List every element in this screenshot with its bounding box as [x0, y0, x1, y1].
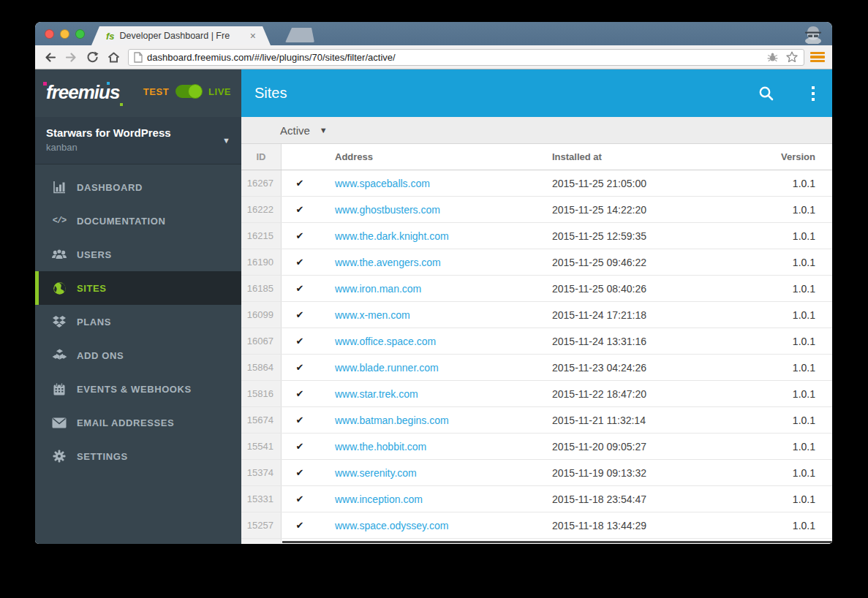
version-value: 1.0.1: [793, 355, 815, 380]
cubes-icon: [51, 348, 67, 363]
live-label: LIVE: [208, 86, 231, 97]
check-icon: ✔: [282, 170, 318, 196]
table-row: 15374✔www.serenity.com2015-11-19 09:13:3…: [241, 460, 832, 486]
sidebar-item-dashboard[interactable]: DASHBOARD: [35, 170, 241, 204]
forward-button[interactable]: [62, 48, 80, 66]
test-live-toggle[interactable]: [176, 85, 202, 98]
sidebar-item-email-addresses[interactable]: EMAIL ADDRESSES: [35, 406, 241, 439]
check-icon: ✔: [282, 460, 318, 485]
site-address-link[interactable]: www.blade.runner.com: [335, 355, 439, 380]
site-address-link[interactable]: www.the.hobbit.com: [335, 434, 426, 459]
sidebar-item-events-webhooks[interactable]: EVENTS & WEBHOOKS: [35, 372, 241, 406]
check-icon: ✔: [282, 486, 318, 512]
sidebar-item-documentation[interactable]: </>DOCUMENTATION: [35, 204, 241, 238]
zoom-window-button[interactable]: [75, 29, 85, 39]
bar-chart-icon: [51, 180, 67, 194]
site-address-link[interactable]: www.inception.com: [335, 486, 423, 512]
site-address-link[interactable]: www.the.avengers.com: [335, 249, 441, 275]
favicon: fs: [106, 31, 115, 42]
table-row: 16222✔www.ghostbusters.com2015-11-25 14:…: [241, 197, 832, 223]
tab-close-icon[interactable]: ×: [250, 31, 256, 41]
sidebar-item-sites[interactable]: SITES: [35, 271, 241, 305]
row-id-cell: 16185: [241, 276, 282, 301]
app-content: freemius TEST LIVE Starwars for WordPres…: [35, 69, 832, 544]
row-id-cell: 15816: [241, 381, 282, 406]
back-button[interactable]: [41, 48, 59, 66]
site-address-link[interactable]: www.office.space.com: [335, 328, 436, 354]
sidebar-item-users[interactable]: USERS: [35, 238, 241, 271]
check-icon: ✔: [282, 223, 318, 249]
installed-at-value: 2015-11-24 13:31:16: [552, 328, 646, 354]
chevron-down-icon[interactable]: ▼: [222, 136, 230, 145]
url-bar[interactable]: dashboard.freemius.com/#/live/plugins/70…: [128, 49, 804, 66]
filter-caret-icon[interactable]: ▼: [320, 126, 328, 135]
installed-at-value: 2015-11-18 23:54:47: [552, 486, 646, 512]
sidebar-item-plans[interactable]: PLANS: [35, 305, 241, 338]
table-row: 15331✔www.inception.com2015-11-18 23:54:…: [241, 486, 832, 512]
table-row: 16185✔www.iron.man.com2015-11-25 08:40:2…: [241, 276, 832, 302]
new-tab-button[interactable]: [285, 28, 314, 42]
kebab-menu-icon[interactable]: [804, 85, 822, 102]
tab-title: Developer Dashboard | Fre: [120, 31, 247, 41]
site-address-link[interactable]: www.batman.begins.com: [335, 407, 449, 433]
site-address-link[interactable]: www.ghostbusters.com: [335, 197, 440, 222]
column-header-version: Version: [781, 144, 815, 170]
plugin-selector[interactable]: Starwars for WordPress kanban ▼: [35, 117, 241, 164]
filter-dropdown[interactable]: Active: [280, 124, 310, 137]
bug-icon[interactable]: [766, 51, 779, 64]
logo-accent-pink: [43, 82, 47, 86]
site-address-link[interactable]: www.iron.man.com: [335, 276, 421, 301]
sidebar-menu: DASHBOARD</>DOCUMENTATIONUSERSSITESPLANS…: [35, 170, 241, 473]
browser-menu-icon[interactable]: [810, 52, 825, 62]
sidebar-item-settings[interactable]: SETTINGS: [35, 439, 241, 473]
installed-at-value: 2015-11-25 12:59:35: [552, 223, 646, 249]
page-icon: [134, 52, 143, 63]
check-icon: ✔: [282, 355, 318, 380]
row-id-cell: 15864: [241, 355, 282, 380]
table-row: 15816✔www.star.trek.com2015-11-22 18:47:…: [241, 381, 832, 407]
version-value: 1.0.1: [793, 170, 815, 196]
row-id-cell: 16099: [241, 302, 282, 328]
sidebar-item-add-ons[interactable]: ADD ONS: [35, 338, 241, 372]
installed-at-value: 2015-11-19 09:13:32: [552, 460, 646, 485]
toggle-knob[interactable]: [188, 84, 203, 99]
home-button[interactable]: [105, 48, 122, 66]
url-text[interactable]: dashboard.freemius.com/#/live/plugins/70…: [147, 52, 766, 63]
site-address-link[interactable]: www.star.trek.com: [335, 381, 418, 406]
sidebar-item-label: USERS: [77, 249, 112, 260]
table-row: 15864✔www.blade.runner.com2015-11-23 04:…: [241, 355, 832, 381]
table-row: 15257✔www.space.odyssey.com2015-11-18 13…: [241, 512, 832, 539]
browser-tab[interactable]: fs Developer Dashboard | Fre ×: [91, 26, 271, 45]
close-window-button[interactable]: [45, 29, 54, 39]
code-icon: </>: [51, 213, 67, 228]
test-label: TEST: [143, 86, 169, 97]
bookmark-star-icon[interactable]: [785, 50, 799, 64]
envelope-icon: [51, 415, 67, 430]
version-value: 1.0.1: [793, 302, 815, 328]
sidebar-item-label: DASHBOARD: [77, 182, 143, 193]
table-row: 16067✔www.office.space.com2015-11-24 13:…: [241, 328, 832, 355]
desktop-background: fs Developer Dashboard | Fre ×: [0, 0, 868, 598]
version-value: 1.0.1: [793, 407, 815, 433]
site-address-link[interactable]: www.spaceballs.com: [335, 170, 430, 196]
search-icon[interactable]: [758, 85, 775, 102]
logo-accent-green: [120, 103, 123, 106]
table-row: 16099✔www.x-men.com2015-11-24 17:21:181.…: [241, 302, 832, 328]
installed-at-value: 2015-11-25 08:40:26: [552, 276, 646, 301]
plugin-name: Starwars for WordPress: [46, 126, 241, 139]
plugin-subtitle: kanban: [46, 142, 241, 153]
site-address-link[interactable]: www.x-men.com: [335, 302, 410, 328]
brand-row: freemius TEST LIVE: [35, 69, 241, 117]
minimize-window-button[interactable]: [60, 29, 69, 39]
check-icon: ✔: [282, 381, 318, 406]
sidebar-item-label: SETTINGS: [77, 451, 128, 462]
site-address-link[interactable]: www.the.dark.knight.com: [335, 223, 449, 249]
row-id-cell: 15331: [241, 486, 282, 512]
site-address-link[interactable]: www.space.odyssey.com: [335, 512, 448, 538]
check-icon: ✔: [282, 434, 318, 459]
tab-strip: fs Developer Dashboard | Fre ×: [35, 22, 832, 45]
site-address-link[interactable]: www.serenity.com: [335, 460, 417, 485]
logo-accent-blue: [107, 82, 110, 85]
reload-button[interactable]: [83, 48, 101, 66]
table-row: 15541✔www.the.hobbit.com2015-11-20 09:05…: [241, 434, 832, 460]
